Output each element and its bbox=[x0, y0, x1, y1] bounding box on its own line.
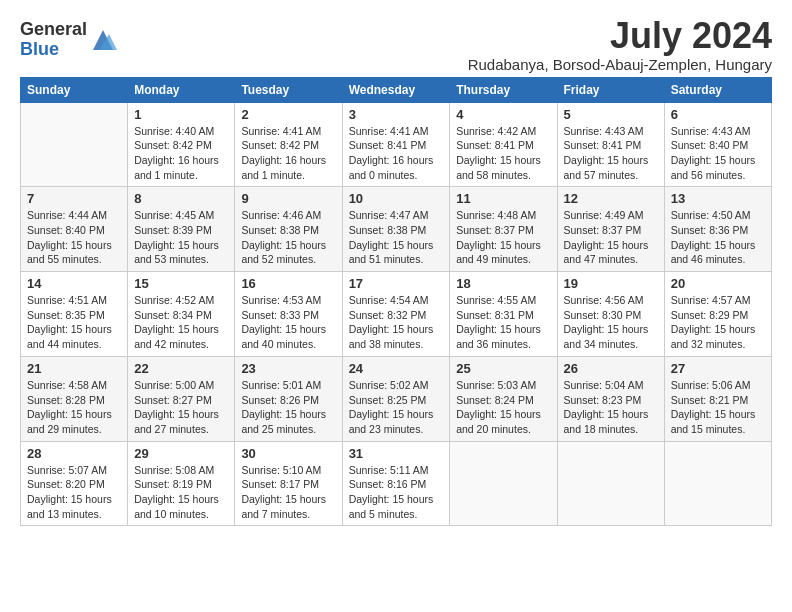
day-info: Sunrise: 4:51 AM Sunset: 8:35 PM Dayligh… bbox=[27, 293, 121, 352]
month-title: July 2024 bbox=[468, 16, 772, 56]
day-info: Sunrise: 5:11 AM Sunset: 8:16 PM Dayligh… bbox=[349, 463, 444, 522]
calendar-cell: 8Sunrise: 4:45 AM Sunset: 8:39 PM Daylig… bbox=[128, 187, 235, 272]
day-number: 30 bbox=[241, 446, 335, 461]
calendar-cell: 21Sunrise: 4:58 AM Sunset: 8:28 PM Dayli… bbox=[21, 356, 128, 441]
calendar-cell: 4Sunrise: 4:42 AM Sunset: 8:41 PM Daylig… bbox=[450, 102, 557, 187]
weekday-header: Friday bbox=[557, 77, 664, 102]
day-info: Sunrise: 5:00 AM Sunset: 8:27 PM Dayligh… bbox=[134, 378, 228, 437]
calendar-cell: 17Sunrise: 4:54 AM Sunset: 8:32 PM Dayli… bbox=[342, 272, 450, 357]
calendar-cell: 10Sunrise: 4:47 AM Sunset: 8:38 PM Dayli… bbox=[342, 187, 450, 272]
weekday-header: Thursday bbox=[450, 77, 557, 102]
calendar-cell: 3Sunrise: 4:41 AM Sunset: 8:41 PM Daylig… bbox=[342, 102, 450, 187]
calendar-cell: 15Sunrise: 4:52 AM Sunset: 8:34 PM Dayli… bbox=[128, 272, 235, 357]
calendar-cell: 19Sunrise: 4:56 AM Sunset: 8:30 PM Dayli… bbox=[557, 272, 664, 357]
day-info: Sunrise: 4:41 AM Sunset: 8:41 PM Dayligh… bbox=[349, 124, 444, 183]
day-number: 18 bbox=[456, 276, 550, 291]
day-number: 27 bbox=[671, 361, 765, 376]
day-number: 1 bbox=[134, 107, 228, 122]
day-number: 17 bbox=[349, 276, 444, 291]
day-info: Sunrise: 4:52 AM Sunset: 8:34 PM Dayligh… bbox=[134, 293, 228, 352]
day-info: Sunrise: 4:53 AM Sunset: 8:33 PM Dayligh… bbox=[241, 293, 335, 352]
day-info: Sunrise: 4:50 AM Sunset: 8:36 PM Dayligh… bbox=[671, 208, 765, 267]
day-info: Sunrise: 5:02 AM Sunset: 8:25 PM Dayligh… bbox=[349, 378, 444, 437]
calendar-cell: 23Sunrise: 5:01 AM Sunset: 8:26 PM Dayli… bbox=[235, 356, 342, 441]
weekday-header-row: SundayMondayTuesdayWednesdayThursdayFrid… bbox=[21, 77, 772, 102]
calendar-cell: 31Sunrise: 5:11 AM Sunset: 8:16 PM Dayli… bbox=[342, 441, 450, 526]
calendar-cell: 7Sunrise: 4:44 AM Sunset: 8:40 PM Daylig… bbox=[21, 187, 128, 272]
location-title: Rudabanya, Borsod-Abauj-Zemplen, Hungary bbox=[468, 56, 772, 73]
calendar-cell: 13Sunrise: 4:50 AM Sunset: 8:36 PM Dayli… bbox=[664, 187, 771, 272]
calendar-cell bbox=[557, 441, 664, 526]
day-number: 7 bbox=[27, 191, 121, 206]
day-info: Sunrise: 5:01 AM Sunset: 8:26 PM Dayligh… bbox=[241, 378, 335, 437]
day-number: 10 bbox=[349, 191, 444, 206]
day-number: 14 bbox=[27, 276, 121, 291]
day-number: 2 bbox=[241, 107, 335, 122]
calendar-week-row: 1Sunrise: 4:40 AM Sunset: 8:42 PM Daylig… bbox=[21, 102, 772, 187]
calendar-cell: 28Sunrise: 5:07 AM Sunset: 8:20 PM Dayli… bbox=[21, 441, 128, 526]
calendar-cell: 9Sunrise: 4:46 AM Sunset: 8:38 PM Daylig… bbox=[235, 187, 342, 272]
calendar-cell: 26Sunrise: 5:04 AM Sunset: 8:23 PM Dayli… bbox=[557, 356, 664, 441]
day-info: Sunrise: 5:04 AM Sunset: 8:23 PM Dayligh… bbox=[564, 378, 658, 437]
header: General Blue July 2024 Rudabanya, Borsod… bbox=[20, 16, 772, 73]
day-info: Sunrise: 4:45 AM Sunset: 8:39 PM Dayligh… bbox=[134, 208, 228, 267]
calendar-week-row: 28Sunrise: 5:07 AM Sunset: 8:20 PM Dayli… bbox=[21, 441, 772, 526]
calendar-cell: 20Sunrise: 4:57 AM Sunset: 8:29 PM Dayli… bbox=[664, 272, 771, 357]
day-number: 4 bbox=[456, 107, 550, 122]
day-number: 21 bbox=[27, 361, 121, 376]
day-info: Sunrise: 4:43 AM Sunset: 8:40 PM Dayligh… bbox=[671, 124, 765, 183]
weekday-header: Tuesday bbox=[235, 77, 342, 102]
day-number: 8 bbox=[134, 191, 228, 206]
calendar-cell: 12Sunrise: 4:49 AM Sunset: 8:37 PM Dayli… bbox=[557, 187, 664, 272]
logo-general: General bbox=[20, 20, 87, 40]
day-info: Sunrise: 5:10 AM Sunset: 8:17 PM Dayligh… bbox=[241, 463, 335, 522]
weekday-header: Monday bbox=[128, 77, 235, 102]
day-number: 22 bbox=[134, 361, 228, 376]
day-number: 24 bbox=[349, 361, 444, 376]
calendar-cell: 24Sunrise: 5:02 AM Sunset: 8:25 PM Dayli… bbox=[342, 356, 450, 441]
calendar-week-row: 7Sunrise: 4:44 AM Sunset: 8:40 PM Daylig… bbox=[21, 187, 772, 272]
day-number: 6 bbox=[671, 107, 765, 122]
calendar-cell: 27Sunrise: 5:06 AM Sunset: 8:21 PM Dayli… bbox=[664, 356, 771, 441]
day-info: Sunrise: 4:47 AM Sunset: 8:38 PM Dayligh… bbox=[349, 208, 444, 267]
logo-icon bbox=[89, 26, 117, 54]
calendar-cell: 5Sunrise: 4:43 AM Sunset: 8:41 PM Daylig… bbox=[557, 102, 664, 187]
calendar-cell bbox=[21, 102, 128, 187]
day-number: 25 bbox=[456, 361, 550, 376]
day-info: Sunrise: 4:40 AM Sunset: 8:42 PM Dayligh… bbox=[134, 124, 228, 183]
day-info: Sunrise: 4:46 AM Sunset: 8:38 PM Dayligh… bbox=[241, 208, 335, 267]
day-number: 9 bbox=[241, 191, 335, 206]
day-info: Sunrise: 4:43 AM Sunset: 8:41 PM Dayligh… bbox=[564, 124, 658, 183]
weekday-header: Saturday bbox=[664, 77, 771, 102]
calendar-week-row: 14Sunrise: 4:51 AM Sunset: 8:35 PM Dayli… bbox=[21, 272, 772, 357]
day-info: Sunrise: 4:57 AM Sunset: 8:29 PM Dayligh… bbox=[671, 293, 765, 352]
day-info: Sunrise: 4:56 AM Sunset: 8:30 PM Dayligh… bbox=[564, 293, 658, 352]
day-number: 13 bbox=[671, 191, 765, 206]
calendar-cell: 25Sunrise: 5:03 AM Sunset: 8:24 PM Dayli… bbox=[450, 356, 557, 441]
day-number: 3 bbox=[349, 107, 444, 122]
day-info: Sunrise: 5:07 AM Sunset: 8:20 PM Dayligh… bbox=[27, 463, 121, 522]
day-number: 11 bbox=[456, 191, 550, 206]
logo: General Blue bbox=[20, 20, 117, 60]
day-number: 28 bbox=[27, 446, 121, 461]
day-info: Sunrise: 5:06 AM Sunset: 8:21 PM Dayligh… bbox=[671, 378, 765, 437]
day-info: Sunrise: 4:55 AM Sunset: 8:31 PM Dayligh… bbox=[456, 293, 550, 352]
day-number: 20 bbox=[671, 276, 765, 291]
day-info: Sunrise: 4:49 AM Sunset: 8:37 PM Dayligh… bbox=[564, 208, 658, 267]
day-info: Sunrise: 4:41 AM Sunset: 8:42 PM Dayligh… bbox=[241, 124, 335, 183]
day-number: 5 bbox=[564, 107, 658, 122]
day-number: 12 bbox=[564, 191, 658, 206]
day-number: 23 bbox=[241, 361, 335, 376]
day-number: 26 bbox=[564, 361, 658, 376]
calendar-cell: 30Sunrise: 5:10 AM Sunset: 8:17 PM Dayli… bbox=[235, 441, 342, 526]
day-info: Sunrise: 4:42 AM Sunset: 8:41 PM Dayligh… bbox=[456, 124, 550, 183]
calendar-week-row: 21Sunrise: 4:58 AM Sunset: 8:28 PM Dayli… bbox=[21, 356, 772, 441]
calendar-cell: 2Sunrise: 4:41 AM Sunset: 8:42 PM Daylig… bbox=[235, 102, 342, 187]
calendar-cell bbox=[664, 441, 771, 526]
day-number: 29 bbox=[134, 446, 228, 461]
title-area: July 2024 Rudabanya, Borsod-Abauj-Zemple… bbox=[468, 16, 772, 73]
calendar-cell: 16Sunrise: 4:53 AM Sunset: 8:33 PM Dayli… bbox=[235, 272, 342, 357]
day-info: Sunrise: 4:58 AM Sunset: 8:28 PM Dayligh… bbox=[27, 378, 121, 437]
calendar-table: SundayMondayTuesdayWednesdayThursdayFrid… bbox=[20, 77, 772, 527]
day-number: 15 bbox=[134, 276, 228, 291]
